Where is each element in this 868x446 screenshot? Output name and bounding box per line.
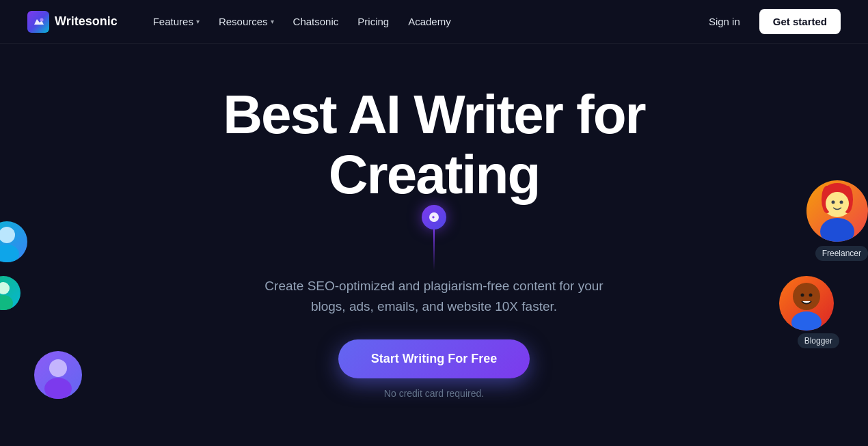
chevron-down-icon: ▾ [271,18,274,25]
cta-button[interactable]: Start Writing For Free [338,339,530,378]
svg-point-14 [820,218,854,242]
nav-right: Sign in Get started [701,9,841,34]
svg-point-17 [801,294,804,297]
nav-academy[interactable]: Academy [400,10,459,33]
svg-point-3 [0,282,10,294]
avatar-right-top [806,180,868,242]
logo-area[interactable]: Writesonic [27,11,118,33]
hero-content: Best AI Writer for Creating Create SEO-o… [126,85,742,399]
svg-point-15 [791,311,822,331]
hero-title: Best AI Writer for Creating [126,85,742,205]
svg-point-1 [0,227,15,243]
nav-chatsonic[interactable]: Chatsonic [285,10,347,33]
hero-section: Freelancer Blogger Best AI Writer for Cr… [0,44,868,399]
brand-name: Writesonic [55,14,118,29]
sign-in-button[interactable]: Sign in [701,10,748,33]
svg-point-12 [832,201,835,204]
no-credit-text: No credit card required. [384,388,484,399]
svg-point-2 [0,245,19,262]
svg-point-16 [793,283,820,310]
svg-point-6 [44,378,72,399]
svg-point-5 [49,359,67,377]
blogger-label: Blogger [798,333,839,348]
navbar: Writesonic Features ▾ Resources ▾ Chatso… [0,0,868,44]
avatar-left-middle [0,276,21,310]
svg-point-4 [0,295,13,310]
avatar-bottom-left [34,351,82,399]
ai-cursor-icon [422,205,446,229]
nav-resources[interactable]: Resources ▾ [211,10,282,33]
hero-subtitle: Create SEO-optimized and plagiarism-free… [249,276,619,318]
freelancer-label: Freelancer [815,246,868,261]
avatar-right-bottom [779,276,834,331]
svg-point-18 [809,294,813,297]
logo-icon [27,11,49,33]
nav-pricing[interactable]: Pricing [349,10,397,33]
nav-features[interactable]: Features ▾ [145,10,208,33]
cursor-area [422,205,446,270]
nav-links: Features ▾ Resources ▾ Chatsonic Pricing… [145,10,701,33]
cursor-line [433,229,435,270]
svg-point-11 [826,192,849,215]
chevron-down-icon: ▾ [196,18,200,25]
avatar-left-top [0,221,27,262]
svg-point-13 [840,201,843,204]
svg-point-0 [40,18,44,21]
get-started-button[interactable]: Get started [759,9,841,34]
